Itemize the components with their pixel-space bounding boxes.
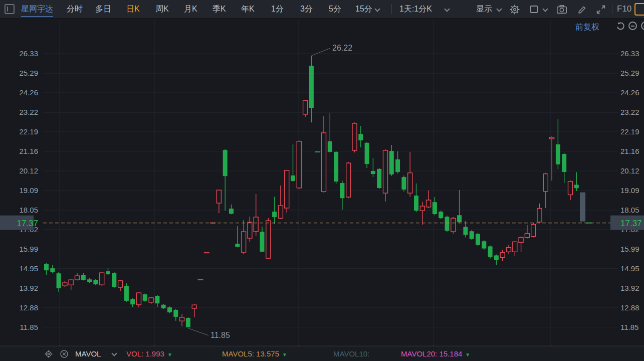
mavol20-label: MAVOL20: xyxy=(401,349,437,358)
indicator-name[interactable]: MAVOL xyxy=(75,346,101,361)
f10-button[interactable]: F10 xyxy=(617,0,631,18)
tab-monthly-k[interactable]: 月K xyxy=(184,0,197,18)
period-selector[interactable]: 1天:1分K xyxy=(399,0,432,18)
svg-text:26.33: 26.33 xyxy=(19,49,38,58)
candle xyxy=(414,184,418,212)
candle xyxy=(81,273,86,280)
svg-text:23.22: 23.22 xyxy=(620,108,639,116)
candle xyxy=(426,191,431,208)
tab-minute-chart[interactable]: 分时 xyxy=(67,0,83,18)
candle xyxy=(500,250,505,261)
tab-15min[interactable]: 15分 xyxy=(355,0,372,18)
candle xyxy=(476,233,480,246)
candle xyxy=(87,278,92,283)
mavol5-readout: MAVOL5: 13.575▼ xyxy=(222,346,287,361)
candle xyxy=(180,314,184,326)
svg-text:21.16: 21.16 xyxy=(620,147,639,155)
price-annotation: 11.85 xyxy=(210,331,230,339)
candle xyxy=(377,168,381,189)
candle xyxy=(365,142,369,168)
undo-icon[interactable] xyxy=(615,22,625,32)
candle xyxy=(352,122,357,152)
adjust-mode-link[interactable]: 前复权 xyxy=(575,22,599,33)
svg-text:23.22: 23.22 xyxy=(19,108,38,116)
annotation-connector xyxy=(188,328,208,335)
zoom-out-icon[interactable] xyxy=(628,22,638,32)
candle xyxy=(50,265,55,273)
chevron-down-icon[interactable] xyxy=(444,6,450,12)
candle xyxy=(260,227,265,252)
candle xyxy=(297,140,301,189)
candle xyxy=(513,241,517,256)
candle xyxy=(457,190,462,223)
candle xyxy=(395,151,400,173)
candle xyxy=(482,240,486,250)
candle xyxy=(322,116,326,193)
svg-text:12.88: 12.88 xyxy=(19,303,38,312)
svg-text:19.09: 19.09 xyxy=(19,186,38,195)
candle xyxy=(401,175,406,192)
candle xyxy=(63,281,67,287)
candle xyxy=(519,236,523,252)
toolbar-divider xyxy=(612,4,612,14)
candle xyxy=(229,205,234,215)
stock-symbol-link[interactable]: 星网宇达 xyxy=(21,2,53,17)
tab-3min[interactable]: 3分 xyxy=(300,0,313,18)
svg-text:24.26: 24.26 xyxy=(19,88,38,97)
candle xyxy=(124,283,129,302)
current-price-value: 17.37 xyxy=(17,219,38,228)
candle xyxy=(420,202,424,225)
tab-multi-day[interactable]: 多日 xyxy=(95,0,111,18)
mavol20-value: 15.184 xyxy=(439,349,462,358)
candle xyxy=(562,153,566,183)
tab-yearly-k[interactable]: 年K xyxy=(241,0,255,18)
zoom-in-icon[interactable] xyxy=(641,22,644,32)
chevron-down-icon[interactable] xyxy=(374,6,380,12)
candle xyxy=(118,280,123,291)
mavol10-readout: MAVOL10: xyxy=(333,346,369,361)
chart-type-icon[interactable] xyxy=(530,6,538,13)
chevron-down-icon[interactable] xyxy=(542,6,548,12)
svg-text:15.99: 15.99 xyxy=(620,245,639,253)
svg-text:15.99: 15.99 xyxy=(19,245,38,253)
camera-icon[interactable] xyxy=(556,4,567,15)
candle xyxy=(192,304,196,317)
candle xyxy=(494,255,499,265)
fullscreen-icon[interactable] xyxy=(595,4,606,15)
candle xyxy=(272,197,277,224)
svg-text:12.88: 12.88 xyxy=(620,303,639,312)
tab-daily-k[interactable]: 日K xyxy=(126,0,140,18)
svg-text:21.16: 21.16 xyxy=(19,147,38,155)
draw-pencil-icon[interactable] xyxy=(577,4,588,15)
vol-readout: VOL: 1.993▼ xyxy=(126,346,172,361)
candle xyxy=(531,223,536,238)
candle xyxy=(383,149,388,202)
candle xyxy=(254,194,258,236)
svg-text:14.95: 14.95 xyxy=(19,264,38,273)
chevron-down-icon[interactable] xyxy=(496,6,502,12)
svg-text:20.12: 20.12 xyxy=(620,166,639,175)
candle xyxy=(556,119,560,169)
candle xyxy=(389,145,394,176)
candle xyxy=(340,180,344,210)
tab-quarterly-k[interactable]: 季K xyxy=(212,0,226,18)
candle xyxy=(167,306,172,313)
top-toolbar: 星网宇达 分时 多日 日K 周K 月K 季K 年K 1分 3分 5分 15分 1… xyxy=(0,0,644,19)
collapse-panel-icon[interactable] xyxy=(5,4,15,14)
tab-weekly-k[interactable]: 周K xyxy=(155,0,169,18)
candle xyxy=(93,279,98,285)
gear-icon[interactable] xyxy=(509,4,520,15)
favorite-orange-square-icon[interactable] xyxy=(634,3,644,16)
svg-text:22.19: 22.19 xyxy=(620,127,639,136)
candle xyxy=(149,297,153,304)
candle xyxy=(433,197,437,215)
chevron-down-icon[interactable] xyxy=(111,350,117,356)
indicator-settings-gear-icon[interactable] xyxy=(44,349,53,358)
candle xyxy=(358,126,363,147)
tab-1min[interactable]: 1分 xyxy=(271,0,284,18)
display-menu[interactable]: 显示 xyxy=(476,0,492,18)
tab-5min[interactable]: 5分 xyxy=(329,0,341,18)
current-price-value: 17.37 xyxy=(620,219,642,228)
candlestick-chart[interactable]: 26.2211.8526.3326.3325.2925.2924.2624.26… xyxy=(0,0,644,361)
close-indicator-icon[interactable] xyxy=(60,349,69,358)
